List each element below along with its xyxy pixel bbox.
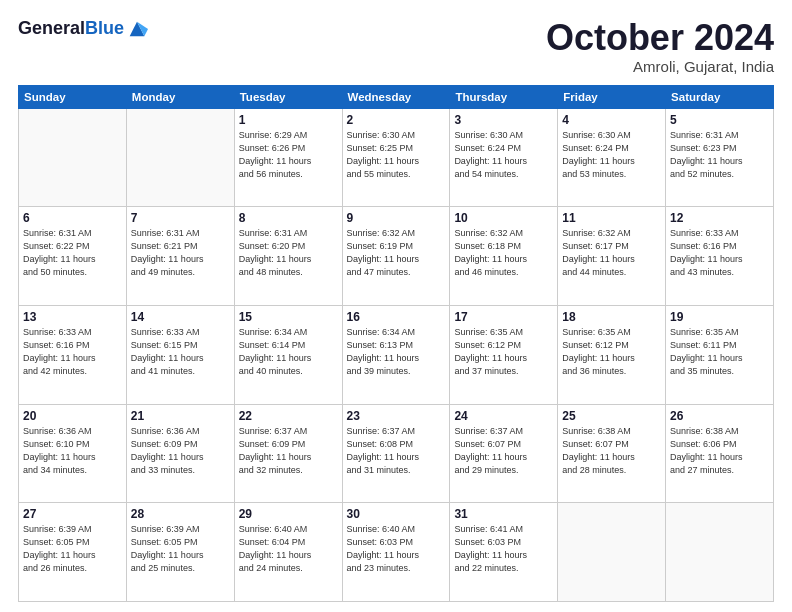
day-number: 31	[454, 507, 553, 521]
day-info: Sunrise: 6:30 AM Sunset: 6:24 PM Dayligh…	[454, 129, 553, 181]
day-number: 28	[131, 507, 230, 521]
day-info: Sunrise: 6:33 AM Sunset: 6:16 PM Dayligh…	[670, 227, 769, 279]
day-number: 10	[454, 211, 553, 225]
col-monday: Monday	[126, 85, 234, 108]
col-wednesday: Wednesday	[342, 85, 450, 108]
day-info: Sunrise: 6:38 AM Sunset: 6:07 PM Dayligh…	[562, 425, 661, 477]
day-number: 3	[454, 113, 553, 127]
day-info: Sunrise: 6:36 AM Sunset: 6:10 PM Dayligh…	[23, 425, 122, 477]
day-cell: 16Sunrise: 6:34 AM Sunset: 6:13 PM Dayli…	[342, 305, 450, 404]
week-row-4: 20Sunrise: 6:36 AM Sunset: 6:10 PM Dayli…	[19, 404, 774, 503]
day-cell: 30Sunrise: 6:40 AM Sunset: 6:03 PM Dayli…	[342, 503, 450, 602]
header: GeneralBlue October 2024 Amroli, Gujarat…	[18, 18, 774, 75]
day-cell	[126, 108, 234, 207]
day-info: Sunrise: 6:39 AM Sunset: 6:05 PM Dayligh…	[23, 523, 122, 575]
day-number: 29	[239, 507, 338, 521]
day-cell: 23Sunrise: 6:37 AM Sunset: 6:08 PM Dayli…	[342, 404, 450, 503]
day-number: 11	[562, 211, 661, 225]
day-cell: 27Sunrise: 6:39 AM Sunset: 6:05 PM Dayli…	[19, 503, 127, 602]
week-row-3: 13Sunrise: 6:33 AM Sunset: 6:16 PM Dayli…	[19, 305, 774, 404]
day-cell: 31Sunrise: 6:41 AM Sunset: 6:03 PM Dayli…	[450, 503, 558, 602]
day-cell: 13Sunrise: 6:33 AM Sunset: 6:16 PM Dayli…	[19, 305, 127, 404]
week-row-5: 27Sunrise: 6:39 AM Sunset: 6:05 PM Dayli…	[19, 503, 774, 602]
day-info: Sunrise: 6:35 AM Sunset: 6:11 PM Dayligh…	[670, 326, 769, 378]
col-thursday: Thursday	[450, 85, 558, 108]
day-cell: 4Sunrise: 6:30 AM Sunset: 6:24 PM Daylig…	[558, 108, 666, 207]
logo-text: GeneralBlue	[18, 19, 124, 39]
day-cell	[666, 503, 774, 602]
day-number: 18	[562, 310, 661, 324]
month-title: October 2024	[546, 18, 774, 58]
page: GeneralBlue October 2024 Amroli, Gujarat…	[0, 0, 792, 612]
day-number: 26	[670, 409, 769, 423]
day-cell: 8Sunrise: 6:31 AM Sunset: 6:20 PM Daylig…	[234, 207, 342, 306]
day-info: Sunrise: 6:36 AM Sunset: 6:09 PM Dayligh…	[131, 425, 230, 477]
day-cell: 7Sunrise: 6:31 AM Sunset: 6:21 PM Daylig…	[126, 207, 234, 306]
day-number: 6	[23, 211, 122, 225]
day-info: Sunrise: 6:30 AM Sunset: 6:25 PM Dayligh…	[347, 129, 446, 181]
day-cell	[19, 108, 127, 207]
day-cell: 11Sunrise: 6:32 AM Sunset: 6:17 PM Dayli…	[558, 207, 666, 306]
day-number: 12	[670, 211, 769, 225]
day-number: 7	[131, 211, 230, 225]
day-cell: 18Sunrise: 6:35 AM Sunset: 6:12 PM Dayli…	[558, 305, 666, 404]
week-row-1: 1Sunrise: 6:29 AM Sunset: 6:26 PM Daylig…	[19, 108, 774, 207]
day-info: Sunrise: 6:33 AM Sunset: 6:16 PM Dayligh…	[23, 326, 122, 378]
logo-icon	[126, 18, 148, 40]
title-block: October 2024 Amroli, Gujarat, India	[546, 18, 774, 75]
day-number: 20	[23, 409, 122, 423]
day-cell: 24Sunrise: 6:37 AM Sunset: 6:07 PM Dayli…	[450, 404, 558, 503]
day-cell: 29Sunrise: 6:40 AM Sunset: 6:04 PM Dayli…	[234, 503, 342, 602]
day-number: 21	[131, 409, 230, 423]
day-cell: 6Sunrise: 6:31 AM Sunset: 6:22 PM Daylig…	[19, 207, 127, 306]
week-row-2: 6Sunrise: 6:31 AM Sunset: 6:22 PM Daylig…	[19, 207, 774, 306]
day-number: 8	[239, 211, 338, 225]
day-number: 17	[454, 310, 553, 324]
day-number: 22	[239, 409, 338, 423]
day-info: Sunrise: 6:30 AM Sunset: 6:24 PM Dayligh…	[562, 129, 661, 181]
day-info: Sunrise: 6:35 AM Sunset: 6:12 PM Dayligh…	[454, 326, 553, 378]
col-tuesday: Tuesday	[234, 85, 342, 108]
day-number: 24	[454, 409, 553, 423]
day-info: Sunrise: 6:34 AM Sunset: 6:13 PM Dayligh…	[347, 326, 446, 378]
day-info: Sunrise: 6:29 AM Sunset: 6:26 PM Dayligh…	[239, 129, 338, 181]
day-number: 9	[347, 211, 446, 225]
day-cell	[558, 503, 666, 602]
logo: GeneralBlue	[18, 18, 148, 40]
day-cell: 26Sunrise: 6:38 AM Sunset: 6:06 PM Dayli…	[666, 404, 774, 503]
day-cell: 14Sunrise: 6:33 AM Sunset: 6:15 PM Dayli…	[126, 305, 234, 404]
day-cell: 1Sunrise: 6:29 AM Sunset: 6:26 PM Daylig…	[234, 108, 342, 207]
day-info: Sunrise: 6:35 AM Sunset: 6:12 PM Dayligh…	[562, 326, 661, 378]
day-number: 13	[23, 310, 122, 324]
day-info: Sunrise: 6:31 AM Sunset: 6:20 PM Dayligh…	[239, 227, 338, 279]
day-number: 1	[239, 113, 338, 127]
day-cell: 15Sunrise: 6:34 AM Sunset: 6:14 PM Dayli…	[234, 305, 342, 404]
calendar-table: Sunday Monday Tuesday Wednesday Thursday…	[18, 85, 774, 602]
day-number: 5	[670, 113, 769, 127]
day-info: Sunrise: 6:32 AM Sunset: 6:17 PM Dayligh…	[562, 227, 661, 279]
day-cell: 10Sunrise: 6:32 AM Sunset: 6:18 PM Dayli…	[450, 207, 558, 306]
day-cell: 28Sunrise: 6:39 AM Sunset: 6:05 PM Dayli…	[126, 503, 234, 602]
day-info: Sunrise: 6:37 AM Sunset: 6:09 PM Dayligh…	[239, 425, 338, 477]
day-number: 30	[347, 507, 446, 521]
day-info: Sunrise: 6:32 AM Sunset: 6:18 PM Dayligh…	[454, 227, 553, 279]
day-info: Sunrise: 6:34 AM Sunset: 6:14 PM Dayligh…	[239, 326, 338, 378]
day-info: Sunrise: 6:39 AM Sunset: 6:05 PM Dayligh…	[131, 523, 230, 575]
day-info: Sunrise: 6:31 AM Sunset: 6:23 PM Dayligh…	[670, 129, 769, 181]
day-number: 27	[23, 507, 122, 521]
day-info: Sunrise: 6:37 AM Sunset: 6:07 PM Dayligh…	[454, 425, 553, 477]
header-row: Sunday Monday Tuesday Wednesday Thursday…	[19, 85, 774, 108]
day-cell: 21Sunrise: 6:36 AM Sunset: 6:09 PM Dayli…	[126, 404, 234, 503]
day-number: 25	[562, 409, 661, 423]
day-number: 16	[347, 310, 446, 324]
day-cell: 5Sunrise: 6:31 AM Sunset: 6:23 PM Daylig…	[666, 108, 774, 207]
day-number: 15	[239, 310, 338, 324]
day-info: Sunrise: 6:32 AM Sunset: 6:19 PM Dayligh…	[347, 227, 446, 279]
day-number: 14	[131, 310, 230, 324]
day-cell: 12Sunrise: 6:33 AM Sunset: 6:16 PM Dayli…	[666, 207, 774, 306]
day-info: Sunrise: 6:37 AM Sunset: 6:08 PM Dayligh…	[347, 425, 446, 477]
day-info: Sunrise: 6:33 AM Sunset: 6:15 PM Dayligh…	[131, 326, 230, 378]
day-number: 19	[670, 310, 769, 324]
col-saturday: Saturday	[666, 85, 774, 108]
col-friday: Friday	[558, 85, 666, 108]
